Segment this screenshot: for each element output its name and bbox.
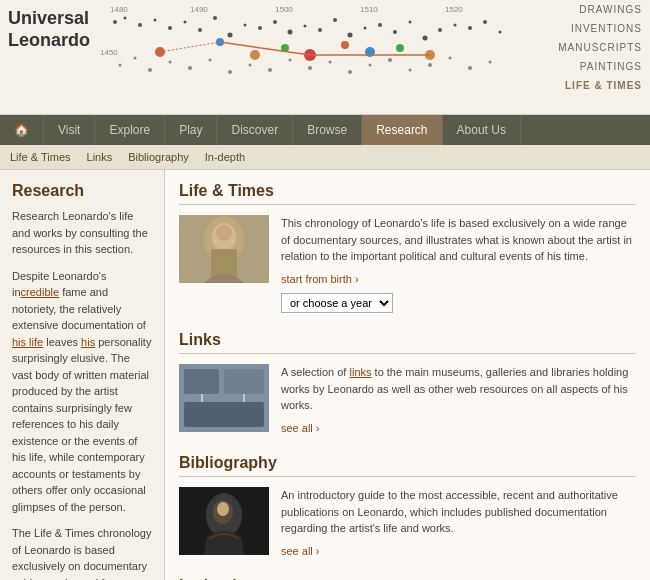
svg-point-24 [378, 23, 382, 27]
svg-point-41 [268, 68, 272, 72]
right-categories: DRAWINGS INVENTIONS MANUSCRIPTS PAINTING… [520, 0, 650, 95]
svg-point-11 [184, 21, 187, 24]
svg-point-30 [468, 26, 472, 30]
section-bibliography: Bibliography An introductory guide to th… [179, 454, 636, 559]
svg-point-44 [329, 61, 332, 64]
section-text-life-times: This chronology of Leonardo's life is ba… [281, 215, 636, 313]
section-row-links: A selection of links to the main museums… [179, 364, 636, 436]
link-links[interactable]: links [350, 366, 372, 378]
section-img-links [179, 364, 269, 432]
sub-nav: Life & Times Links Bibliography In-depth [0, 145, 650, 170]
nav-browse[interactable]: Browse [293, 115, 362, 145]
svg-point-16 [258, 26, 262, 30]
subnav-in-depth[interactable]: In-depth [205, 151, 245, 163]
subnav-links[interactable]: Links [87, 151, 113, 163]
svg-point-12 [198, 28, 202, 32]
nav-about[interactable]: About Us [443, 115, 521, 145]
cat-manuscripts[interactable]: MANUSCRIPTS [520, 38, 650, 57]
svg-point-10 [168, 26, 172, 30]
nav-home[interactable]: 🏠 [0, 115, 44, 145]
svg-point-79 [217, 502, 229, 516]
section-row-life-times: This chronology of Leonardo's life is ba… [179, 215, 636, 313]
desc-bibliography: An introductory guide to the most access… [281, 487, 636, 537]
nav-visit[interactable]: Visit [44, 115, 95, 145]
svg-text:1450: 1450 [100, 48, 118, 57]
svg-text:1520: 1520 [445, 5, 463, 14]
svg-point-33 [119, 64, 122, 67]
section-img-bibliography [179, 487, 269, 555]
logo[interactable]: Universal Leonardo [8, 8, 90, 51]
svg-point-15 [244, 24, 247, 27]
svg-point-7 [124, 17, 127, 20]
bibliography-image [179, 487, 269, 555]
svg-point-9 [154, 19, 157, 22]
svg-point-68 [216, 225, 232, 241]
section-text-bibliography: An introductory guide to the most access… [281, 487, 636, 559]
svg-point-60 [396, 44, 404, 52]
svg-point-42 [289, 59, 292, 62]
cat-paintings[interactable]: PAINTINGS [520, 57, 650, 76]
see-all-links[interactable]: see all › [281, 420, 636, 437]
svg-point-19 [304, 25, 307, 28]
logo-title: Universal [8, 8, 90, 30]
svg-point-32 [499, 31, 502, 34]
svg-point-13 [213, 16, 217, 20]
svg-text:1490: 1490 [190, 5, 208, 14]
link-his[interactable]: his [81, 336, 95, 348]
svg-point-46 [369, 64, 372, 67]
svg-point-28 [438, 28, 442, 32]
life-times-image [179, 215, 269, 283]
subnav-bibliography[interactable]: Bibliography [128, 151, 189, 163]
svg-point-52 [489, 61, 492, 64]
svg-rect-72 [224, 369, 264, 394]
svg-point-14 [228, 33, 233, 38]
section-title-life-times: Life & Times [179, 182, 636, 205]
header: Universal Leonardo 1480 1490 1500 1510 1… [0, 0, 650, 115]
svg-point-47 [388, 58, 392, 62]
nav-discover[interactable]: Discover [217, 115, 293, 145]
desc-links: A selection of links to the main museums… [281, 364, 636, 414]
section-row-bibliography: An introductory guide to the most access… [179, 487, 636, 559]
svg-rect-73 [184, 402, 264, 427]
svg-point-25 [393, 30, 397, 34]
cat-drawings[interactable]: DRAWINGS [520, 0, 650, 19]
svg-point-17 [273, 20, 277, 24]
svg-point-21 [333, 18, 337, 22]
svg-point-6 [113, 20, 117, 24]
link-incredible[interactable]: credible [21, 286, 60, 298]
sidebar-p3: The Life & Times chronology of Leonardo … [12, 525, 152, 580]
svg-point-38 [209, 59, 212, 62]
link-his-life[interactable]: his life [12, 336, 43, 348]
svg-point-29 [454, 24, 457, 27]
svg-text:1500: 1500 [275, 5, 293, 14]
links-image [179, 364, 269, 432]
svg-point-37 [188, 66, 192, 70]
timeline-area: 1480 1490 1500 1510 1520 1450 [100, 0, 520, 115]
logo-subtitle: Leonardo [8, 30, 90, 52]
year-select[interactable]: or choose a year 145214601470 1480149015… [281, 293, 393, 313]
cat-inventions[interactable]: INVENTIONS [520, 19, 650, 38]
svg-point-49 [428, 63, 432, 67]
svg-point-36 [169, 61, 172, 64]
svg-point-58 [341, 41, 349, 49]
section-links: Links A selection of links to the main m… [179, 331, 636, 436]
svg-point-20 [318, 28, 322, 32]
timeline-svg: 1480 1490 1500 1510 1520 1450 [100, 0, 520, 90]
nav-explore[interactable]: Explore [95, 115, 165, 145]
svg-point-27 [423, 36, 428, 41]
sidebar: Research Research Leonardo's life and wo… [0, 170, 165, 580]
see-all-bibliography[interactable]: see all › [281, 543, 636, 560]
nav-play[interactable]: Play [165, 115, 217, 145]
cat-life-times[interactable]: LIFE & TIMES [520, 76, 650, 95]
section-title-bibliography: Bibliography [179, 454, 636, 477]
svg-point-35 [148, 68, 152, 72]
svg-point-48 [409, 69, 412, 72]
subnav-life-times[interactable]: Life & Times [10, 151, 71, 163]
main-nav: 🏠 Visit Explore Play Discover Browse Res… [0, 115, 650, 145]
nav-research[interactable]: Research [362, 115, 442, 145]
section-img-life-times [179, 215, 269, 283]
sidebar-title: Research [12, 182, 152, 200]
svg-text:1480: 1480 [110, 5, 128, 14]
section-text-links: A selection of links to the main museums… [281, 364, 636, 436]
start-from-birth-link[interactable]: start from birth › [281, 273, 359, 285]
